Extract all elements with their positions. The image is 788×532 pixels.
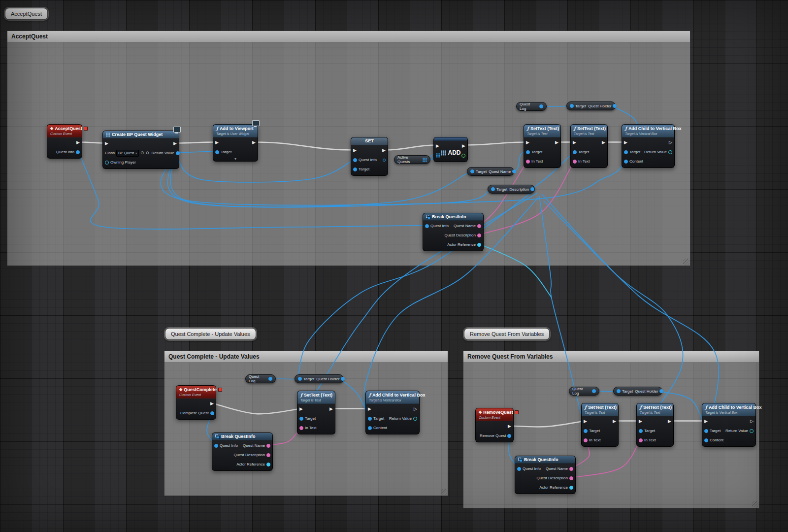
node-header[interactable]: ƒSetText (Text)Target is Text bbox=[637, 403, 673, 416]
data-wire[interactable] bbox=[544, 201, 719, 440]
object-pin[interactable] bbox=[470, 169, 474, 173]
exec-pin[interactable]: ▶ bbox=[639, 419, 642, 424]
exec-pin[interactable]: ▷ bbox=[414, 407, 417, 411]
node-header[interactable]: Break QuestInfo bbox=[212, 433, 272, 440]
node-active-quests-pill[interactable]: Active Quests bbox=[394, 155, 430, 164]
text-pin[interactable] bbox=[477, 233, 481, 237]
comment-bubble-acceptquest[interactable]: AcceptQuest bbox=[5, 8, 48, 20]
node-settext-2[interactable]: ƒSetText (Text)Target is Text▶▶TargetIn … bbox=[570, 124, 608, 168]
search-icon[interactable] bbox=[146, 151, 150, 155]
exec-wire[interactable] bbox=[254, 142, 355, 150]
node-addchild-1[interactable]: ƒAdd Child to Vertical BoxTarget is Vert… bbox=[622, 124, 675, 168]
exec-wire[interactable] bbox=[175, 142, 217, 143]
exec-pin[interactable]: ▶ bbox=[436, 144, 439, 148]
exec-pin[interactable]: ▶ bbox=[668, 419, 671, 424]
exec-pin[interactable]: ▶ bbox=[368, 407, 371, 411]
object-pin[interactable] bbox=[592, 389, 596, 393]
object-pin[interactable] bbox=[268, 377, 272, 381]
object-pin[interactable] bbox=[639, 429, 643, 433]
object-pin[interactable] bbox=[539, 104, 543, 108]
node-settext-1[interactable]: ƒSetText (Text)Target is Text▶▶TargetIn … bbox=[524, 124, 561, 168]
data-wire[interactable] bbox=[175, 152, 217, 153]
exec-pin[interactable]: ▶ bbox=[299, 407, 303, 411]
exec-pin[interactable]: ▶ bbox=[624, 140, 627, 145]
node-questcomplete-event[interactable]: ◆QuestCompleteCustom Event▶Complete Ques… bbox=[176, 385, 216, 420]
node-header[interactable]: ◆QuestCompleteCustom Event bbox=[176, 386, 216, 399]
node-header[interactable]: Break QuestInfo bbox=[515, 456, 575, 464]
data-wire[interactable] bbox=[269, 428, 301, 445]
exec-pin[interactable]: ▷ bbox=[750, 419, 754, 424]
object-pin[interactable] bbox=[176, 151, 180, 155]
object-pin[interactable] bbox=[624, 150, 628, 154]
exec-pin[interactable]: ▶ bbox=[105, 141, 108, 146]
object-pin[interactable] bbox=[353, 167, 357, 171]
data-wire[interactable] bbox=[298, 190, 535, 379]
node-header[interactable]: SET bbox=[351, 137, 388, 145]
exec-wire[interactable] bbox=[212, 403, 301, 414]
exec-pin[interactable]: ▶ bbox=[508, 424, 511, 429]
array-pin[interactable] bbox=[436, 153, 440, 158]
object-pin[interactable] bbox=[617, 389, 621, 393]
node-quest-log-pill-3[interactable]: Quest Log bbox=[569, 387, 599, 396]
exec-pin[interactable]: ▷ bbox=[669, 140, 672, 145]
actor-pin[interactable] bbox=[569, 486, 573, 490]
text-pin[interactable] bbox=[266, 444, 270, 448]
node-quest-log-pill-1[interactable]: Quest Log bbox=[516, 102, 547, 111]
exec-pin[interactable]: ▶ bbox=[329, 407, 333, 411]
text-pin[interactable] bbox=[573, 160, 577, 164]
node-add-to-viewport[interactable]: ƒAdd to ViewportTarget is User Widget▶▶T… bbox=[213, 124, 258, 162]
exec-pin[interactable]: ▶ bbox=[613, 419, 616, 424]
green-pin[interactable] bbox=[461, 154, 465, 158]
exec-pin[interactable]: ▶ bbox=[252, 140, 256, 145]
node-header[interactable]: Create BP Quest Widget bbox=[103, 131, 179, 138]
node-acceptquest-event[interactable]: ◆AcceptQuestCustom Event▶Quest Info bbox=[47, 124, 82, 159]
exec-pin[interactable]: ▶ bbox=[382, 148, 386, 153]
node-header[interactable]: ƒSetText (Text)Target is Text bbox=[297, 391, 335, 404]
node-break-2[interactable]: Break QuestInfoQuest InfoQuest NameQuest… bbox=[212, 432, 273, 471]
exec-pin[interactable]: ▶ bbox=[173, 141, 177, 146]
object-pin[interactable] bbox=[353, 158, 357, 162]
exec-pin[interactable]: ▶ bbox=[555, 140, 558, 145]
node-add-node[interactable]: ▶▶ADD bbox=[433, 137, 468, 162]
object-pin[interactable] bbox=[517, 467, 521, 471]
node-settext-3[interactable]: ƒSetText (Text)Target is Text▶▶TargetIn … bbox=[297, 391, 335, 434]
object-pin[interactable] bbox=[704, 429, 708, 433]
actor-pin[interactable] bbox=[266, 463, 270, 466]
object-pin[interactable] bbox=[299, 417, 303, 421]
object-pin[interactable] bbox=[613, 104, 617, 108]
class-dropdown[interactable]: BP Quest▾ bbox=[116, 150, 139, 157]
node-header[interactable]: ƒAdd Child to Vertical BoxTarget is Vert… bbox=[622, 125, 674, 137]
actor-pin[interactable] bbox=[477, 243, 481, 247]
exec-pin[interactable]: ▶ bbox=[76, 140, 80, 145]
data-wire[interactable] bbox=[175, 153, 355, 182]
node-quest-log-pill-2[interactable]: Quest Log bbox=[245, 374, 276, 383]
exec-pin[interactable]: ▶ bbox=[526, 140, 529, 145]
object-pin[interactable] bbox=[507, 434, 511, 438]
node-header[interactable]: ◆AcceptQuestCustom Event bbox=[47, 125, 82, 137]
result-pin[interactable] bbox=[413, 417, 417, 421]
node-addchild-2[interactable]: ƒAdd Child to Vertical BoxTarget is Vert… bbox=[365, 391, 420, 434]
exec-wire[interactable] bbox=[464, 142, 527, 145]
exec-pin[interactable]: ▶ bbox=[573, 140, 576, 145]
text-pin[interactable] bbox=[569, 476, 573, 480]
object-pin[interactable] bbox=[573, 150, 577, 154]
exec-pin[interactable]: ▶ bbox=[210, 401, 214, 406]
text-pin[interactable] bbox=[299, 426, 303, 430]
node-quest-holder-1[interactable]: TargetQuest Holder bbox=[566, 101, 616, 110]
object-pin[interactable] bbox=[215, 150, 219, 154]
exec-pin[interactable]: ▶ bbox=[353, 148, 357, 153]
object-pin[interactable] bbox=[530, 187, 534, 191]
node-header[interactable]: ƒSetText (Text)Target is Text bbox=[571, 125, 607, 137]
result-pin[interactable] bbox=[668, 150, 672, 154]
actor-pin[interactable] bbox=[105, 161, 109, 165]
node-settext-5[interactable]: ƒSetText (Text)Target is Text▶▶TargetIn … bbox=[636, 403, 674, 447]
node-header[interactable]: Break QuestInfo bbox=[423, 213, 483, 221]
object-pin[interactable] bbox=[659, 389, 663, 393]
node-break-1[interactable]: Break QuestInfoQuest InfoQuest NameQuest… bbox=[423, 213, 484, 251]
object-pin[interactable] bbox=[425, 224, 429, 228]
exec-pin[interactable]: ▶ bbox=[462, 144, 465, 148]
comment-bubble-remove-quest[interactable]: Remove Quest From Variables bbox=[464, 328, 550, 340]
object-pin[interactable] bbox=[210, 411, 214, 415]
text-pin[interactable] bbox=[477, 224, 481, 228]
result-pin[interactable] bbox=[750, 429, 754, 433]
